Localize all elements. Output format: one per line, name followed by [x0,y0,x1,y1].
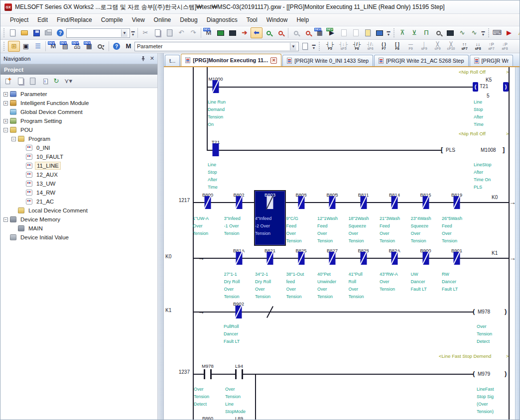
menu-edit[interactable]: Edit [33,15,52,25]
execute-icon[interactable]: ▶ [503,27,515,38]
contact-B902[interactable] [236,306,242,318]
tree-item-13-uw[interactable]: 13_UW [0,179,157,188]
stop-monitor-icon[interactable]: ⊻ [408,27,420,38]
redo-icon[interactable]: ↷ [187,27,199,38]
contact-B800[interactable] [205,196,211,209]
ladder-symbol-cF10[interactable]: ╳cF10 [444,40,458,52]
contact-B816[interactable] [422,196,429,209]
contact-B901[interactable] [454,252,460,265]
expand-icon[interactable]: + [3,101,8,105]
find-zoom-icon[interactable] [432,27,444,38]
close-tab-icon[interactable]: ✕ [270,57,277,64]
close-panel-icon[interactable]: ✕ [150,55,154,62]
vertical-scrollbar[interactable] [515,67,520,420]
undo-icon[interactable]: ↶ [175,27,187,38]
ladder-symbol-aF8[interactable]: ↓PaF8 [498,40,512,52]
device-find-icon[interactable]: DEVM [47,41,59,52]
ladder-symbol-sF7[interactable]: ↑↑sF7 [458,40,471,52]
tree-item-main[interactable]: MAIN [0,224,157,233]
tab-prg-r-write-0-ini-1433-step[interactable]: [PRG]R Write 0_INI 1433 Step [282,55,373,66]
contact-B803[interactable] [267,196,273,209]
monitor-window-icon[interactable] [374,27,386,38]
trend-graph-icon[interactable]: ∿ [456,27,468,38]
ladder-symbol-cF9[interactable]: ╳cF9 [431,40,444,52]
warning-icon[interactable]: ⚠ [515,27,520,38]
menu-find-replace[interactable]: Find/Replace [52,15,97,25]
panel-splitter[interactable] [158,53,164,420]
contact-M978[interactable] [204,369,212,379]
device-display-icon[interactable]: DEV▦ [314,27,326,38]
chevron-down-icon[interactable]: ▼ [121,29,128,37]
ladder-symbol-sF8[interactable]: ↓↓sF8 [471,40,485,52]
copy-icon[interactable] [14,76,26,87]
ladder-symbol-sF9[interactable]: │sF9 [417,40,431,52]
tree-item-11-line[interactable]: 11_LINE [0,161,157,170]
tree-item-parameter[interactable]: +Parameter [0,90,157,99]
contact-B825[interactable] [298,252,304,265]
contact-B802[interactable] [236,196,242,209]
hw-monitor-icon[interactable] [227,27,239,38]
tree-item-21-ac[interactable]: 21_AC [0,197,157,206]
cross-reference-icon[interactable] [290,27,302,38]
verify-with-plc-icon[interactable] [262,27,274,38]
menu-help[interactable]: Help [292,15,313,25]
tree-item-device-initial-value[interactable]: Device Initial Value [0,233,157,242]
tree-item-10-fault[interactable]: 10_FAULT [0,152,157,161]
tree-item-local-device-comment[interactable]: Local Device Comment [0,206,157,215]
menu-project[interactable]: Project [5,15,33,25]
expand-icon[interactable]: + [3,92,8,97]
contact-B814[interactable] [391,196,398,209]
collapse-icon[interactable]: − [3,217,8,222]
navigation-window-icon[interactable]: ⊞ [8,41,20,52]
contact-B80B[interactable] [329,196,336,209]
contact-B811[interactable] [360,196,367,209]
ladder-symbol-F7[interactable]: ( )F7 [377,40,390,52]
contact-L94[interactable] [235,369,243,379]
toolbar-overflow-icon[interactable]: ▬▼ [311,41,317,52]
write-to-plc-icon[interactable]: ➔ [239,27,251,38]
tree-item-0-ini[interactable]: 0_INI [0,143,157,152]
contact-B819[interactable] [454,196,460,209]
toolbar-grip[interactable] [393,28,394,37]
device-net-icon[interactable]: DEV品 [71,41,83,52]
ladder-symbol-sF6[interactable]: ┤/↓sF6 [364,40,377,52]
help-icon[interactable]: ? [54,27,66,38]
function-block-icon[interactable]: ▣ [20,41,32,52]
ladder-canvas[interactable]: <Nip Roll Off > M1000 Line RunDemand Ten… [164,67,520,420]
contact-B808[interactable] [298,196,304,209]
window-preview-icon[interactable] [299,41,311,52]
contact-B821[interactable] [267,252,273,265]
tree-item-14-rw[interactable]: 14_RW [0,188,157,197]
tree-item-program-setting[interactable]: +Program Setting [0,116,157,125]
save-icon[interactable] [30,27,42,38]
contact-B900[interactable] [422,252,429,265]
device-list-icon[interactable] [302,27,314,38]
diagnostics-icon[interactable] [274,27,286,38]
chevron-down-icon[interactable]: ▼ [290,43,296,50]
contact-T21[interactable] [213,143,219,156]
start-monitor-icon[interactable]: ⊼ [396,27,408,38]
menu-compile[interactable]: Compile [97,15,128,25]
project-combo[interactable]: ▼ [66,28,130,38]
toolbar-grip[interactable] [319,42,321,51]
copy-icon[interactable] [151,27,163,38]
sort-filter-icon[interactable]: ⋎▾ [62,76,74,87]
menu-diagnostics[interactable]: Diagnostics [202,15,242,25]
ladder-symbol-F5[interactable]: ┤ ├F5 [323,40,337,52]
collapse-icon[interactable]: − [11,137,16,141]
device-batch-icon[interactable]: DEV▤ [59,41,71,52]
collapse-icon[interactable]: − [3,128,8,132]
paste-icon[interactable] [163,27,175,38]
device-register-icon[interactable]: DEV▶ [326,27,338,38]
tree-item-program[interactable]: −Program [0,134,157,143]
comment-edit-icon[interactable] [362,27,374,38]
toolbar-overflow-icon[interactable]: ▬▼ [386,27,391,38]
menu-debug[interactable]: Debug [175,15,202,25]
cross-search-icon[interactable]: M [123,41,134,52]
contact-M1000[interactable] [213,80,219,93]
toolbar-overflow-icon[interactable]: ▬▼ [480,27,486,38]
back-icon[interactable] [338,27,350,38]
key-setting-icon[interactable]: ⌨ [491,27,503,38]
toolbar-grip[interactable] [3,42,6,51]
help-icon[interactable]: ? [111,41,123,52]
